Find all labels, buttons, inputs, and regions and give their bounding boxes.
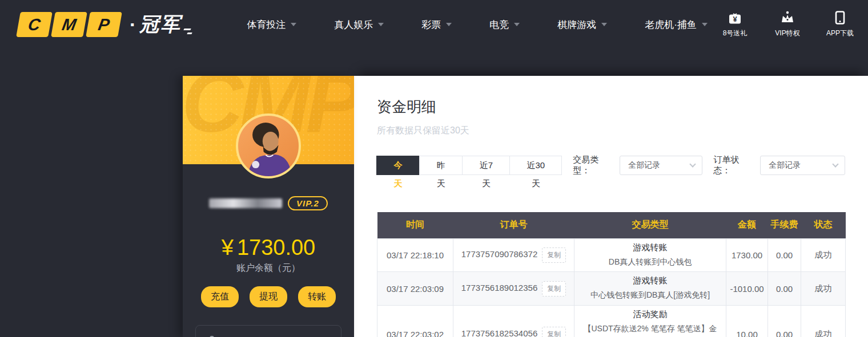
cell-time: 03/17 22:03:02 xyxy=(377,305,453,337)
nav-item-sports[interactable]: 体育投注 xyxy=(247,18,296,31)
cell-type: 游戏转账 DB真人转账到中心钱包 xyxy=(574,238,726,272)
svg-text:¥: ¥ xyxy=(733,15,737,23)
tab-last-7-days[interactable]: 近7天 xyxy=(462,156,510,175)
transfer-button[interactable]: 转账 xyxy=(298,286,336,307)
chevron-down-icon xyxy=(702,23,708,29)
nav-item-label: 棋牌游戏 xyxy=(557,18,596,31)
withdraw-button[interactable]: 提现 xyxy=(250,286,287,307)
tab-last-30-days[interactable]: 近30天 xyxy=(509,156,562,175)
nav-item-live-casino[interactable]: 真人娱乐 xyxy=(334,18,384,31)
gift-yen-icon: ¥ xyxy=(728,11,742,25)
nav-item-slots-fishing[interactable]: 老虎机·捕鱼 xyxy=(645,18,708,31)
username-redacted xyxy=(209,198,282,208)
col-fee: 手续费 xyxy=(768,212,801,238)
cell-order: 1773756182534056复制 xyxy=(453,305,574,337)
chevron-down-icon xyxy=(832,161,838,167)
order-status-value: 全部记录 xyxy=(769,160,801,170)
cell-order: 1773757090786372复制 xyxy=(453,238,574,272)
table-header-row: 时间 订单号 交易类型 金额 手续费 状态 xyxy=(377,212,846,238)
wallet-actions: 充值 提现 转账 xyxy=(183,286,354,307)
order-status-label: 订单状态： xyxy=(713,155,755,176)
date-range-tabs: 今天 昨天 近7天 近30天 xyxy=(377,156,562,175)
tab-yesterday[interactable]: 昨天 xyxy=(419,156,463,175)
nav-item-label: 真人娱乐 xyxy=(334,18,373,31)
site-logo[interactable]: C M P · 冠军 xyxy=(18,11,192,38)
nav-item-label: 电竞 xyxy=(489,18,509,31)
col-time: 时间 xyxy=(377,212,453,238)
logo-tile-c: C xyxy=(16,12,53,37)
logo-cn-text: 冠军 xyxy=(139,11,182,38)
copy-button[interactable]: 复制 xyxy=(542,281,566,297)
tab-today[interactable]: 今天 xyxy=(376,156,420,175)
status-badge: 成功 xyxy=(801,238,846,272)
cell-fee: 0.00 xyxy=(768,305,801,337)
logo-tile-m: M xyxy=(51,12,87,37)
copy-button[interactable]: 复制 xyxy=(542,327,566,337)
cell-time: 03/17 22:18:10 xyxy=(377,238,453,272)
status-badge: 成功 xyxy=(801,305,846,337)
cell-amount: 10.00 xyxy=(726,305,768,337)
account-balance: ¥1730.00 xyxy=(183,236,354,260)
table-row: 03/17 22:03:02 1773756182534056复制 活动奖励 【… xyxy=(377,305,846,337)
user-row: VIP.2 xyxy=(183,196,354,210)
quick-link-gift[interactable]: ¥ 8号送礼 xyxy=(715,11,755,38)
nav-item-board-games[interactable]: 棋牌游戏 xyxy=(557,18,607,31)
quick-link-label: VIP特权 xyxy=(775,29,799,38)
quick-link-label: 8号送礼 xyxy=(723,29,748,38)
sidebar-item-label: 个人中心 xyxy=(226,335,265,337)
table-row: 03/17 22:03:09 1773756189012356复制 游戏转账 中… xyxy=(377,272,846,306)
type-desc: 【USDT存款送2% 笔笔存 笔笔送】金额：1000(订单：1773756106… xyxy=(577,323,724,337)
top-nav: C M P · 冠军 体育投注 真人娱乐 彩票 电竞 xyxy=(0,0,868,49)
quick-link-vip[interactable]: VIP特权 xyxy=(767,11,807,38)
copy-button[interactable]: 复制 xyxy=(542,247,566,263)
type-desc: 中心钱包转账到DB真人[游戏免转] xyxy=(577,289,724,302)
crown-icon xyxy=(779,11,795,25)
table-row: 03/17 22:18:10 1773757090786372复制 游戏转账 D… xyxy=(377,238,846,272)
cell-fee: 0.00 xyxy=(768,272,801,306)
deposit-button[interactable]: 充值 xyxy=(201,286,239,307)
transaction-type-select[interactable]: 全部记录 xyxy=(620,156,702,175)
order-number: 1773756182534056 xyxy=(461,328,537,337)
order-status-select[interactable]: 全部记录 xyxy=(760,156,845,175)
nav-item-label: 体育投注 xyxy=(247,18,286,31)
page: C M P · 冠军 体育投注 真人娱乐 彩票 电竞 xyxy=(0,0,868,337)
quick-link-label: APP下载 xyxy=(826,29,854,38)
funds-detail-panel: 资金明细 所有数据只保留近30天 今天 昨天 近7天 近30天 交易类型： 全部… xyxy=(354,76,868,337)
cell-fee: 0.00 xyxy=(768,238,801,272)
funds-table: 时间 订单号 交易类型 金额 手续费 状态 03/17 22:18:10 177… xyxy=(377,212,846,337)
filter-row: 今天 昨天 近7天 近30天 交易类型： 全部记录 订单状态： 全部记录 xyxy=(377,155,845,176)
logo-dash-decoration xyxy=(184,29,192,34)
page-title: 资金明细 xyxy=(377,97,845,117)
type-title: 游戏转账 xyxy=(577,242,724,253)
profile-sidebar: CMP VIP.2 ¥1730.00 账户余额（元） 充值 提现 转账 xyxy=(183,76,354,337)
type-desc: DB真人转账到中心钱包 xyxy=(577,256,724,269)
vip-level-badge: VIP.2 xyxy=(288,196,328,210)
chevron-down-icon xyxy=(601,23,607,29)
type-title: 活动奖励 xyxy=(577,309,724,320)
order-number: 1773757090786372 xyxy=(461,249,537,259)
col-status: 状态 xyxy=(801,212,846,238)
transaction-type-value: 全部记录 xyxy=(628,160,660,170)
transaction-type-label: 交易类型： xyxy=(573,155,614,176)
col-type: 交易类型 xyxy=(574,212,726,238)
nav-item-lottery[interactable]: 彩票 xyxy=(421,18,452,31)
avatar xyxy=(236,113,301,178)
cell-order: 1773756189012356复制 xyxy=(453,272,574,306)
primary-nav: 体育投注 真人娱乐 彩票 电竞 棋牌游戏 老虎机·捕鱼 xyxy=(247,18,708,31)
user-icon xyxy=(206,335,218,337)
chevron-down-icon xyxy=(690,161,696,167)
col-order: 订单号 xyxy=(453,212,574,238)
nav-item-esports[interactable]: 电竞 xyxy=(489,18,520,31)
chevron-down-icon xyxy=(378,23,384,29)
balance-label: 账户余额（元） xyxy=(183,262,354,274)
page-subtitle: 所有数据只保留近30天 xyxy=(377,125,845,137)
cell-type: 游戏转账 中心钱包转账到DB真人[游戏免转] xyxy=(574,272,726,306)
status-badge: 成功 xyxy=(801,272,846,306)
sidebar-item-personal-center[interactable]: 个人中心 › xyxy=(195,325,341,337)
chevron-down-icon xyxy=(291,23,296,29)
quick-links: ¥ 8号送礼 VIP特权 APP下载 xyxy=(715,11,860,38)
col-amount: 金额 xyxy=(726,212,768,238)
logo-dot: · xyxy=(130,14,136,36)
quick-link-app[interactable]: APP下载 xyxy=(820,11,860,38)
nav-item-label: 彩票 xyxy=(421,18,441,31)
